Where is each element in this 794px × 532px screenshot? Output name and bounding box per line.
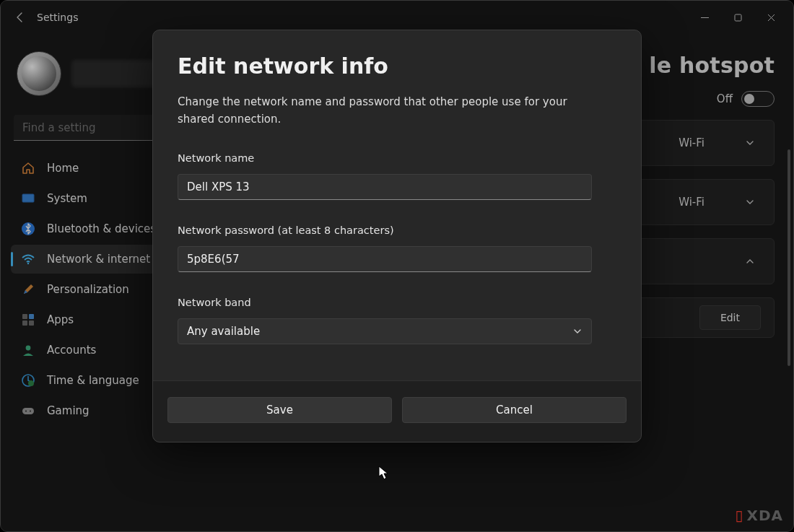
save-button[interactable]: Save [167,397,392,423]
settings-window: Settings Home System [0,0,794,532]
network-band-value: Any available [187,325,260,338]
dialog-title: Edit network info [178,53,616,79]
network-password-label: Network password (at least 8 characters) [178,224,616,236]
dialog-footer: Save Cancel [153,380,641,442]
network-band-select[interactable]: Any available [178,318,592,344]
edit-network-dialog: Edit network info Change the network nam… [152,30,642,442]
dialog-description: Change the network name and password tha… [178,93,596,128]
network-name-label: Network name [178,152,616,164]
cancel-button[interactable]: Cancel [402,397,627,423]
cursor-icon [378,466,388,480]
chevron-down-icon [572,326,583,336]
network-band-label: Network band [178,297,616,308]
network-name-input[interactable] [178,174,592,200]
modal-overlay: Edit network info Change the network nam… [1,1,793,531]
network-password-input[interactable] [178,246,592,272]
